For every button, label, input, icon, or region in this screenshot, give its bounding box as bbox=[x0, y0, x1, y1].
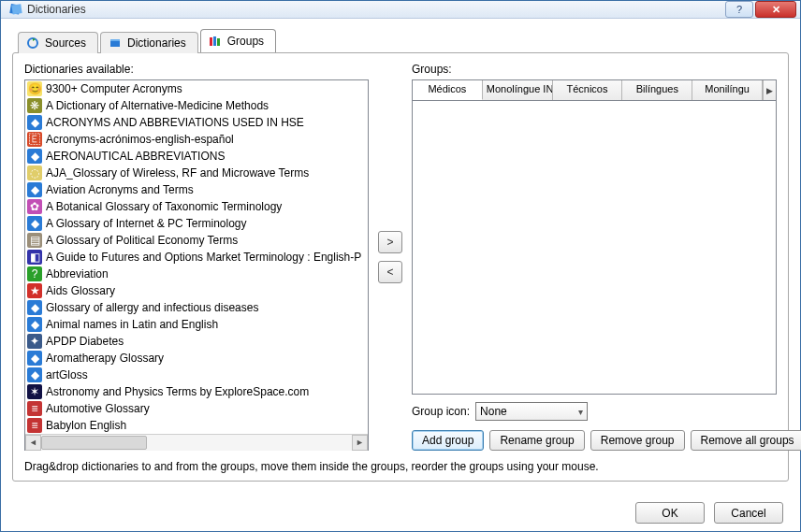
available-listbox[interactable]: 😊9300+ Computer Acronyms❋A Dictionary of… bbox=[24, 79, 369, 451]
dictionary-label: Animal names in Latin and English bbox=[46, 318, 218, 331]
hint-text: Drag&drop dictionaries to and from the g… bbox=[24, 460, 777, 473]
dictionary-label: Aromatherapy Glossary bbox=[46, 352, 164, 365]
tab-label: Sources bbox=[45, 36, 86, 50]
dictionary-label: Automotive Glossary bbox=[46, 402, 150, 415]
list-item[interactable]: ◆artGloss bbox=[25, 367, 368, 383]
dictionary-icon: ◆ bbox=[27, 216, 42, 231]
tabbar: Sources Dictionaries Groups bbox=[18, 28, 789, 52]
group-tab[interactable]: Técnicos bbox=[553, 80, 623, 100]
books-icon bbox=[209, 35, 222, 48]
scroll-left-icon[interactable]: ◄ bbox=[25, 435, 41, 451]
dictionary-icon: ◆ bbox=[27, 115, 42, 130]
dictionary-icon: ≡ bbox=[27, 401, 42, 416]
list-item[interactable]: ✶Astronomy and Physics Terms by ExploreS… bbox=[25, 383, 368, 400]
group-icon-label: Group icon: bbox=[412, 405, 470, 418]
list-item[interactable]: ?Abbreviation bbox=[25, 266, 368, 282]
list-item[interactable]: ▤A Glossary of Political Economy Terms bbox=[25, 232, 368, 249]
list-item[interactable]: ◆Aviation Acronyms and Terms bbox=[25, 181, 368, 198]
group-contents-listbox[interactable] bbox=[412, 100, 777, 395]
dictionary-label: A Glossary of Internet & PC Terminology bbox=[46, 217, 247, 230]
dictionary-label: Babylon English bbox=[46, 419, 126, 432]
close-button[interactable]: ✕ bbox=[755, 1, 796, 18]
list-item[interactable]: ≡Automotive Glossary bbox=[25, 400, 368, 417]
group-tab[interactable]: Bilíngues bbox=[622, 80, 692, 100]
svg-rect-1 bbox=[11, 4, 22, 14]
ok-button[interactable]: OK bbox=[635, 502, 705, 524]
remove-all-groups-button[interactable]: Remove all groups bbox=[691, 430, 802, 451]
groups-panel: Dictionaries available: 😊9300+ Computer … bbox=[12, 52, 789, 482]
list-item[interactable]: ◆Glossary of allergy and infectious dise… bbox=[25, 299, 368, 316]
group-tab[interactable]: Monilíngu bbox=[692, 80, 763, 100]
move-left-button[interactable]: < bbox=[378, 261, 402, 283]
list-item[interactable]: ◆Animal names in Latin and English bbox=[25, 316, 368, 333]
dictionary-icon: 😊 bbox=[27, 81, 42, 96]
dictionary-label: AERONAUTICAL ABBREVIATIONS bbox=[46, 150, 225, 163]
book-icon bbox=[109, 36, 122, 50]
list-item[interactable]: ★Aids Glossary bbox=[25, 282, 368, 299]
svg-rect-7 bbox=[217, 38, 220, 46]
dictionary-label: A Glossary of Political Economy Terms bbox=[46, 234, 238, 247]
dictionary-icon: ◆ bbox=[27, 182, 42, 197]
groups-label: Groups: bbox=[412, 63, 777, 76]
list-item[interactable]: ❋A Dictionary of Alternative-Medicine Me… bbox=[25, 97, 368, 114]
list-item[interactable]: ◆AERONAUTICAL ABBREVIATIONS bbox=[25, 148, 368, 165]
dictionary-label: Abbreviation bbox=[46, 267, 109, 280]
window-title: Dictionaries bbox=[27, 3, 725, 16]
dictionary-icon: ◆ bbox=[27, 351, 42, 366]
svg-rect-5 bbox=[210, 37, 212, 46]
tab-scroll-right-icon[interactable]: ▶ bbox=[763, 80, 776, 100]
dictionary-label: Acronyms-acrónimos-english-español bbox=[46, 133, 234, 146]
list-item[interactable]: 🇪Acronyms-acrónimos-english-español bbox=[25, 131, 368, 148]
group-icon-select[interactable]: None bbox=[475, 402, 588, 421]
dictionary-icon: ? bbox=[27, 266, 42, 281]
dictionary-icon: ★ bbox=[27, 283, 42, 298]
help-button[interactable]: ? bbox=[725, 1, 753, 18]
dictionary-icon: ◧ bbox=[27, 250, 42, 265]
tab-sources[interactable]: Sources bbox=[18, 32, 98, 53]
dictionary-icon: ✶ bbox=[27, 384, 42, 399]
dictionary-icon: ◆ bbox=[27, 317, 42, 332]
dictionary-label: A Botanical Glossary of Taxonomic Termin… bbox=[46, 200, 282, 213]
list-item[interactable]: ◆Aromatherapy Glossary bbox=[25, 350, 368, 367]
refresh-icon bbox=[26, 36, 39, 50]
tab-label: Groups bbox=[227, 35, 264, 48]
dictionary-label: artGloss bbox=[46, 368, 88, 381]
svg-rect-4 bbox=[110, 39, 120, 41]
horizontal-scrollbar[interactable]: ◄ ► bbox=[25, 434, 368, 450]
dictionary-icon: ▤ bbox=[27, 233, 42, 248]
dictionary-icon: ◌ bbox=[27, 165, 42, 180]
dictionary-icon: ≡ bbox=[27, 418, 42, 433]
remove-group-button[interactable]: Remove group bbox=[590, 430, 685, 451]
dictionary-label: Glossary of allergy and infectious disea… bbox=[46, 301, 258, 314]
list-item[interactable]: ✦APDP Diabetes bbox=[25, 333, 368, 350]
group-tab[interactable]: Médicos bbox=[413, 80, 483, 100]
list-item[interactable]: ✿A Botanical Glossary of Taxonomic Termi… bbox=[25, 198, 368, 215]
tab-dictionaries[interactable]: Dictionaries bbox=[100, 32, 198, 53]
rename-group-button[interactable]: Rename group bbox=[489, 430, 584, 451]
dictionary-label: ACRONYMS AND ABBREVIATIONS USED IN HSE bbox=[46, 116, 304, 129]
add-group-button[interactable]: Add group bbox=[412, 430, 484, 451]
dialog-buttons: OK Cancel bbox=[1, 489, 800, 532]
group-tab[interactable]: Monolíngue IN bbox=[483, 80, 553, 100]
list-item[interactable]: ≡Babylon English bbox=[25, 417, 368, 434]
svg-rect-6 bbox=[213, 36, 216, 46]
dictionary-icon: ◆ bbox=[27, 367, 42, 382]
dictionary-label: A Dictionary of Alternative-Medicine Met… bbox=[46, 99, 269, 112]
dictionary-label: Aids Glossary bbox=[46, 284, 115, 297]
move-right-button[interactable]: > bbox=[378, 231, 402, 253]
tab-groups[interactable]: Groups bbox=[200, 29, 276, 52]
titlebar: Dictionaries ? ✕ bbox=[1, 1, 800, 19]
list-item[interactable]: 😊9300+ Computer Acronyms bbox=[25, 80, 368, 97]
list-item[interactable]: ◧A Guide to Futures and Options Market T… bbox=[25, 249, 368, 266]
dictionary-label: 9300+ Computer Acronyms bbox=[46, 82, 182, 95]
dictionary-icon: ◆ bbox=[27, 300, 42, 315]
dictionary-label: APDP Diabetes bbox=[46, 335, 124, 348]
cancel-button[interactable]: Cancel bbox=[714, 502, 783, 524]
list-item[interactable]: ◆A Glossary of Internet & PC Terminology bbox=[25, 215, 368, 232]
group-tabs: Médicos Monolíngue IN Técnicos Bilíngues… bbox=[412, 79, 777, 100]
scroll-right-icon[interactable]: ► bbox=[352, 435, 368, 451]
dictionary-label: A Guide to Futures and Options Market Te… bbox=[46, 251, 361, 264]
list-item[interactable]: ◌AJA_Glossary of Wireless, RF and Microw… bbox=[25, 165, 368, 181]
list-item[interactable]: ◆ACRONYMS AND ABBREVIATIONS USED IN HSE bbox=[25, 114, 368, 131]
dictionary-label: Astronomy and Physics Terms by ExploreSp… bbox=[46, 385, 309, 398]
